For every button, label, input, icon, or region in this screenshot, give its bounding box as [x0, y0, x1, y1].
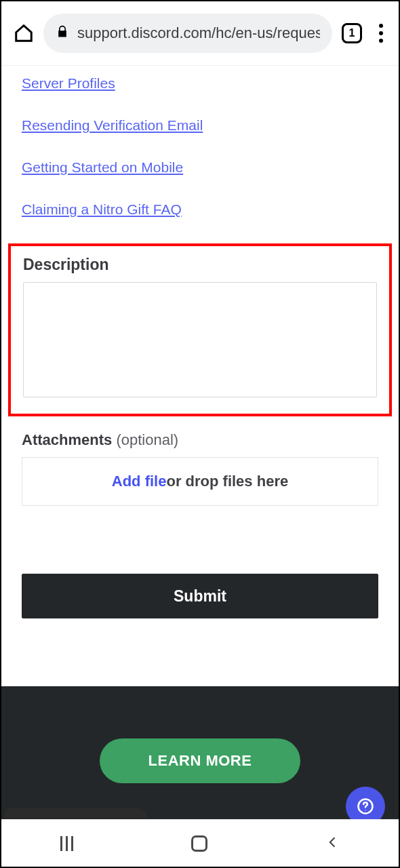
submit-button[interactable]: Submit	[22, 574, 378, 618]
link-claiming-nitro-gift[interactable]: Claiming a Nitro Gift FAQ	[22, 201, 378, 218]
browser-top-bar: support.discord.com/hc/en-us/reques 1	[1, 1, 399, 66]
help-article-links: Server Profiles Resending Verification E…	[1, 66, 399, 218]
svg-point-1	[365, 810, 365, 810]
description-label: Description	[23, 256, 377, 274]
url-text: support.discord.com/hc/en-us/reques	[77, 24, 320, 42]
partial-popup-edge	[4, 808, 146, 818]
browser-menu-icon[interactable]	[372, 24, 391, 43]
attachments-optional-text: (optional)	[116, 431, 178, 448]
description-section-highlight: Description	[8, 243, 392, 416]
recent-apps-button[interactable]	[60, 836, 73, 851]
url-bar[interactable]: support.discord.com/hc/en-us/reques	[43, 14, 332, 53]
attachments-label-text: Attachments	[22, 431, 112, 448]
link-server-profiles[interactable]: Server Profiles	[22, 75, 378, 92]
android-nav-bar	[1, 819, 399, 867]
attachments-section: Attachments (optional) Add file or drop …	[1, 416, 399, 506]
add-file-link[interactable]: Add file	[112, 473, 167, 490]
home-button[interactable]	[191, 835, 207, 852]
tab-count-button[interactable]: 1	[342, 23, 362, 43]
learn-more-button[interactable]: LEARN MORE	[100, 738, 301, 783]
drop-hint-text: or drop files here	[166, 473, 288, 490]
tab-count-value: 1	[349, 27, 355, 39]
description-textarea[interactable]	[23, 282, 377, 397]
link-getting-started-mobile[interactable]: Getting Started on Mobile	[22, 159, 378, 176]
attachments-label: Attachments (optional)	[22, 431, 378, 449]
link-resending-verification[interactable]: Resending Verification Email	[22, 117, 378, 134]
back-button[interactable]	[326, 835, 340, 852]
attachments-dropzone[interactable]: Add file or drop files here	[22, 457, 378, 506]
home-icon[interactable]	[14, 23, 34, 43]
lock-icon	[56, 25, 69, 41]
